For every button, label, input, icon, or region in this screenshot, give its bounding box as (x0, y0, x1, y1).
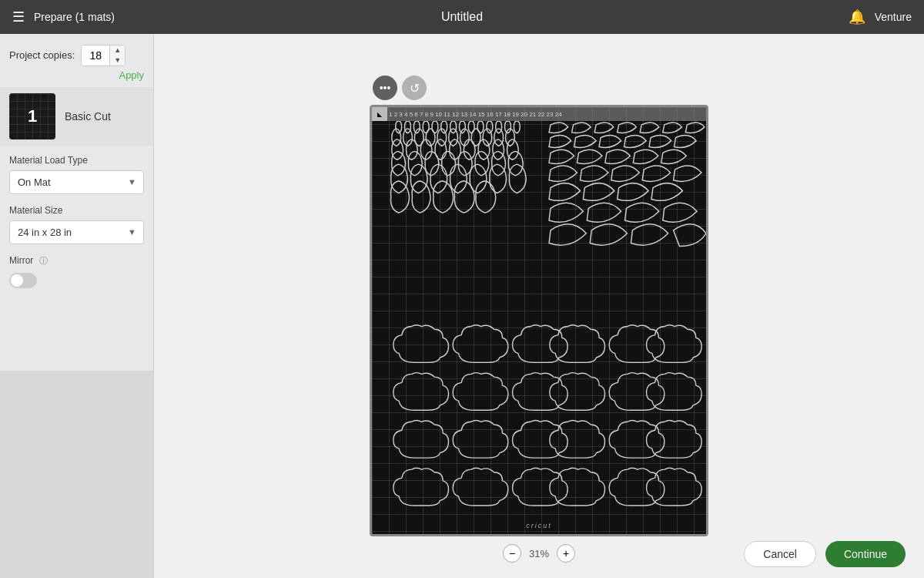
material-thumbnail: 1 (9, 93, 55, 139)
copies-label: Project copies: (9, 49, 75, 61)
material-number: 1 (28, 106, 37, 126)
mirror-toggle[interactable] (9, 273, 37, 288)
mirror-label: Mirror (9, 255, 33, 266)
material-size-label: Material Size (9, 205, 144, 216)
mirror-row: Mirror ⓘ (9, 255, 144, 267)
material-load-type-label: Material Load Type (9, 155, 144, 166)
cloud-section (387, 321, 706, 522)
mat-canvas: 1 2 3 4 5 6 7 8 9 10 11 12 13 14 15 16 1… (370, 105, 708, 536)
material-size-wrap: 24 in x 28 in 12 in x 12 in 12 in x 24 i… (9, 220, 144, 244)
mirror-info-icon[interactable]: ⓘ (39, 255, 48, 267)
zoom-out-button[interactable]: − (503, 544, 521, 563)
teardrop-section (387, 121, 706, 326)
zoom-in-button[interactable]: + (557, 544, 575, 563)
menu-icon[interactable]: ☰ (12, 8, 25, 25)
prepare-label: Prepare (1 mats) (34, 11, 115, 23)
material-name: Basic Cut (65, 110, 111, 123)
header: ☰ Prepare (1 mats) Untitled 🔔 Venture (0, 0, 924, 34)
continue-button[interactable]: Continue (825, 541, 906, 567)
footer-buttons: Cancel Continue (725, 530, 924, 578)
header-right: 🔔 Venture (849, 8, 912, 25)
venture-label: Venture (875, 11, 912, 23)
cancel-button[interactable]: Cancel (744, 541, 816, 567)
material-tile: 1 Basic Cut (0, 87, 153, 146)
document-title: Untitled (441, 10, 483, 24)
main-layout: Project copies: ▲ ▼ Apply 1 Basic Cut Ma… (0, 34, 924, 578)
more-options-button[interactable]: ••• (373, 76, 397, 100)
copies-arrows: ▲ ▼ (109, 45, 125, 66)
copies-input[interactable] (82, 48, 109, 63)
material-load-type-wrap: On Mat Without Mat ▼ (9, 170, 144, 194)
teardrops-left-svg (387, 121, 541, 326)
ruler-top: 1 2 3 4 5 6 7 8 9 10 11 12 13 14 15 16 1… (389, 111, 562, 118)
zoom-bar: − 31% + (503, 544, 575, 563)
copies-decrement-button[interactable]: ▼ (110, 55, 125, 66)
sidebar: Project copies: ▲ ▼ Apply 1 Basic Cut Ma… (0, 34, 154, 578)
reset-button[interactable]: ↺ (402, 76, 427, 100)
copies-input-wrap: ▲ ▼ (81, 45, 126, 66)
main-content: ••• ↺ 1 2 3 4 5 6 7 8 9 10 11 12 13 14 1… (154, 34, 924, 578)
apply-button[interactable]: Apply (0, 69, 153, 87)
copies-row: Project copies: ▲ ▼ (0, 34, 153, 69)
sidebar-bottom (0, 371, 153, 578)
corner-indicator: ◣ (377, 111, 382, 118)
settings-area: Material Load Type On Mat Without Mat ▼ … (0, 146, 153, 371)
zoom-level: 31% (529, 548, 549, 560)
copies-increment-button[interactable]: ▲ (110, 45, 125, 55)
slash-shapes-svg (547, 121, 706, 326)
clouds-svg (387, 321, 706, 522)
material-load-type-select[interactable]: On Mat Without Mat (9, 170, 144, 194)
bell-icon[interactable]: 🔔 (849, 8, 865, 25)
cricut-logo: cricut (526, 522, 552, 529)
material-size-select[interactable]: 24 in x 28 in 12 in x 12 in 12 in x 24 i… (9, 220, 144, 244)
